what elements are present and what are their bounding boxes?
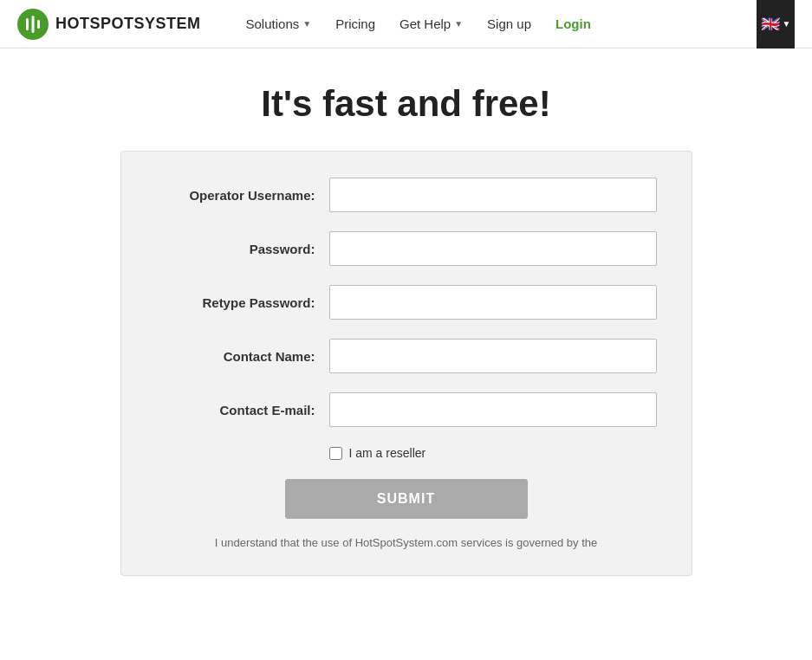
main-content: It's fast and free! Operator Username: P… — [103, 49, 710, 611]
footer-note: I understand that the use of HotSpotSyst… — [156, 536, 657, 549]
submit-button[interactable]: SUBMIT — [285, 479, 528, 519]
password-row: Password: — [156, 231, 657, 266]
contact-name-input[interactable] — [329, 339, 657, 373]
svg-rect-0 — [26, 18, 29, 30]
brand-name: HOTSPOTSYSTEM — [55, 15, 201, 33]
nav-links: Solutions ▼ Pricing Get Help ▼ Sign up L… — [236, 10, 757, 38]
password-label: Password: — [156, 242, 329, 256]
reseller-checkbox[interactable] — [329, 447, 342, 460]
language-selector[interactable]: 🇬🇧 ▼ — [757, 0, 795, 49]
username-row: Operator Username: — [156, 178, 657, 212]
retype-password-input[interactable] — [329, 285, 657, 320]
lang-caret-icon: ▼ — [783, 19, 791, 29]
contact-email-row: Contact E-mail: — [156, 392, 657, 427]
nav-solutions[interactable]: Solutions ▼ — [236, 10, 322, 38]
reseller-label: I am a reseller — [349, 446, 426, 460]
get-help-caret-icon: ▼ — [454, 19, 463, 29]
nav-login[interactable]: Login — [545, 10, 601, 38]
nav-get-help[interactable]: Get Help ▼ — [389, 10, 473, 38]
flag-icon: 🇬🇧 — [761, 15, 780, 34]
brand-icon — [17, 9, 49, 40]
navbar: HOTSPOTSYSTEM Solutions ▼ Pricing Get He… — [0, 0, 812, 49]
username-input[interactable] — [329, 178, 657, 212]
retype-password-label: Retype Password: — [156, 295, 329, 310]
nav-pricing[interactable]: Pricing — [325, 10, 386, 38]
svg-rect-2 — [37, 20, 40, 29]
svg-rect-1 — [32, 16, 35, 33]
submit-row: SUBMIT — [156, 479, 657, 519]
password-input[interactable] — [329, 231, 657, 266]
brand-logo[interactable]: HOTSPOTSYSTEM — [17, 9, 201, 40]
contact-email-input[interactable] — [329, 392, 657, 427]
nav-signup[interactable]: Sign up — [477, 10, 542, 38]
reseller-checkbox-row: I am a reseller — [329, 446, 657, 460]
contact-name-row: Contact Name: — [156, 339, 657, 373]
retype-password-row: Retype Password: — [156, 285, 657, 320]
solutions-caret-icon: ▼ — [302, 19, 311, 29]
contact-name-label: Contact Name: — [156, 349, 329, 364]
contact-email-label: Contact E-mail: — [156, 403, 329, 417]
signup-form-container: Operator Username: Password: Retype Pass… — [120, 151, 692, 576]
page-title: It's fast and free! — [120, 83, 692, 125]
username-label: Operator Username: — [156, 188, 329, 203]
